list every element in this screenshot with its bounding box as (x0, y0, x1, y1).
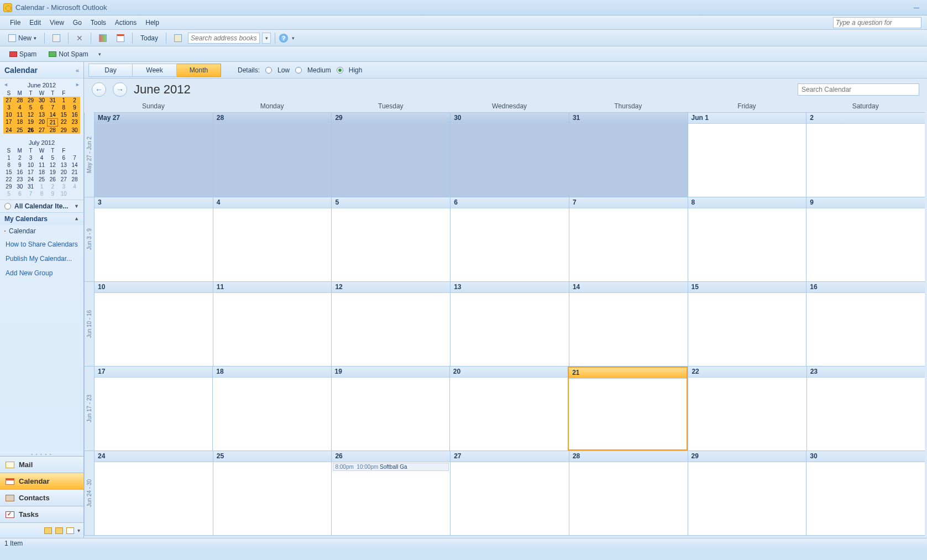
mini-cal-day[interactable]: 6 (58, 154, 69, 161)
day-cell[interactable]: 11 (213, 282, 332, 366)
day-cell-header[interactable]: 22 (688, 367, 806, 378)
mini-cal-day[interactable]: 31 (47, 97, 58, 104)
prev-month-button[interactable]: ← (92, 82, 106, 97)
mini-cal-day[interactable]: 3 (25, 154, 36, 161)
not-spam-button[interactable]: Not Spam (45, 49, 92, 60)
day-cell[interactable]: 12 (331, 282, 450, 366)
mini-cal-day[interactable]: 24 (25, 176, 36, 183)
mini-cal-day[interactable]: 18 (14, 118, 25, 127)
day-cell-header[interactable]: 28 (213, 113, 332, 124)
day-cell-header[interactable]: 24 (95, 451, 213, 462)
detail-high-radio[interactable] (337, 67, 343, 74)
mini-cal-day[interactable]: 27 (58, 176, 69, 183)
day-cell[interactable]: 3 (94, 197, 213, 281)
day-cell[interactable]: 30 (806, 451, 925, 535)
day-cell-header[interactable]: 29 (332, 113, 450, 124)
day-cell[interactable]: 4 (213, 197, 332, 281)
day-cell[interactable]: 28 (569, 451, 688, 535)
day-cell[interactable]: 22 (688, 367, 806, 451)
mini-cal-day[interactable]: 19 (47, 169, 58, 176)
mini-cal-day[interactable]: 3 (58, 183, 69, 190)
day-cell-header[interactable]: 3 (95, 197, 213, 208)
add-new-group-link[interactable]: Add New Group (0, 266, 83, 280)
mini-cal-day[interactable]: 22 (58, 118, 69, 127)
mini-cal-day[interactable]: 7 (69, 154, 80, 161)
search-address-dropdown[interactable]: ▾ (262, 33, 271, 44)
day-cell[interactable]: 28 (213, 113, 332, 197)
day-cell[interactable]: 7 (569, 197, 688, 281)
day-cell-header[interactable]: 15 (688, 282, 806, 293)
day-cell-header[interactable]: 2 (806, 113, 925, 124)
day-cell-header[interactable]: 23 (807, 367, 925, 378)
day-cell[interactable]: 30 (450, 113, 569, 197)
mini-cal-day[interactable]: 26 (47, 176, 58, 183)
mini-cal-day[interactable]: 9 (47, 190, 58, 197)
mini-cal-day[interactable]: 8 (3, 161, 14, 169)
day-cell-header[interactable]: 18 (213, 367, 331, 378)
my-calendars-header[interactable]: My Calendars ▼ (0, 213, 83, 225)
day-cell-header[interactable]: 8 (688, 197, 806, 208)
mini-cal-day[interactable]: 1 (58, 97, 69, 104)
mini-cal-day[interactable] (69, 190, 80, 197)
all-calendar-items[interactable]: All Calendar Ite... ▼ (0, 200, 83, 213)
view-week-tab[interactable]: Week (133, 64, 177, 77)
mini-cal-day[interactable]: 29 (58, 127, 69, 134)
delete-button[interactable]: ✕ (72, 32, 87, 44)
mini-cal-day[interactable]: 27 (3, 97, 14, 104)
mini-cal-day[interactable]: 27 (36, 127, 48, 134)
day-cell[interactable]: 16 (806, 282, 925, 366)
mini-cal-day[interactable]: 4 (36, 154, 48, 161)
mini-cal-next[interactable]: ► (75, 82, 80, 87)
mini-cal-day[interactable]: 1 (36, 183, 48, 190)
mini-cal-day[interactable]: 20 (58, 169, 69, 176)
mini-cal-day[interactable]: 14 (69, 161, 80, 169)
mini-cal-day[interactable]: 30 (36, 97, 48, 104)
mini-cal-day[interactable]: 14 (47, 111, 58, 118)
mini-cal-day[interactable]: 11 (14, 111, 25, 118)
mini-cal-day[interactable]: 19 (25, 118, 36, 127)
mini-cal-day[interactable]: 5 (3, 190, 14, 197)
detail-low-radio[interactable] (265, 67, 272, 74)
mini-cal-day[interactable]: 23 (69, 118, 80, 127)
spam-overflow[interactable]: ▾ (97, 51, 103, 57)
nav-configure[interactable]: ▾ (77, 527, 80, 534)
day-cell[interactable]: 10 (94, 282, 213, 366)
day-cell[interactable]: 2 (806, 113, 925, 197)
nav-calendar[interactable]: Calendar (0, 473, 83, 489)
day-cell-header[interactable]: 7 (569, 197, 688, 208)
menu-help[interactable]: Help (141, 17, 164, 29)
day-cell-header[interactable]: 5 (332, 197, 450, 208)
calendar-item[interactable]: Calendar (0, 225, 83, 237)
day-cell-header[interactable]: 6 (451, 197, 569, 208)
mini-cal-day[interactable]: 25 (14, 127, 25, 134)
mini-calendar-july[interactable]: July 2012 SMTWTF123456789101112131415161… (0, 136, 83, 200)
day-cell-header[interactable]: Jun 1 (688, 113, 806, 124)
mini-cal-day[interactable]: 13 (36, 111, 48, 118)
print-button[interactable] (49, 33, 64, 44)
mini-cal-day[interactable]: 18 (36, 169, 48, 176)
mini-cal-day[interactable]: 29 (3, 183, 14, 190)
day-cell-header[interactable]: 25 (213, 451, 332, 462)
day-cell[interactable]: 268:00pm 10:00pm Softball Ga (331, 451, 450, 535)
day-cell-header[interactable]: 14 (569, 282, 688, 293)
search-calendar-input[interactable] (798, 83, 919, 96)
categorize-button[interactable] (95, 33, 111, 44)
mini-cal-day[interactable]: 2 (47, 183, 58, 190)
view-month-tab[interactable]: Month (177, 64, 221, 77)
day-cell-header[interactable]: 31 (569, 113, 688, 124)
mini-cal-day[interactable]: 16 (69, 111, 80, 118)
menu-view[interactable]: View (45, 17, 69, 29)
week-gutter[interactable]: Jun 24 - 30 (84, 451, 94, 535)
mini-cal-day[interactable]: 8 (58, 104, 69, 111)
day-cell-header[interactable]: 4 (213, 197, 332, 208)
mini-cal-day[interactable]: 21 (47, 118, 58, 127)
day-cell[interactable]: 17 (94, 367, 212, 451)
help-icon[interactable]: ? (279, 34, 288, 43)
mini-cal-day[interactable]: 13 (58, 161, 69, 169)
day-cell-header[interactable]: 28 (569, 451, 688, 462)
mini-cal-day[interactable]: 4 (14, 104, 25, 111)
week-gutter[interactable]: Jun 3 - 9 (84, 197, 94, 281)
mini-cal-day[interactable]: 28 (47, 127, 58, 134)
share-calendars-link[interactable]: How to Share Calendars (0, 237, 83, 252)
minimize-button[interactable]: — (909, 3, 924, 12)
